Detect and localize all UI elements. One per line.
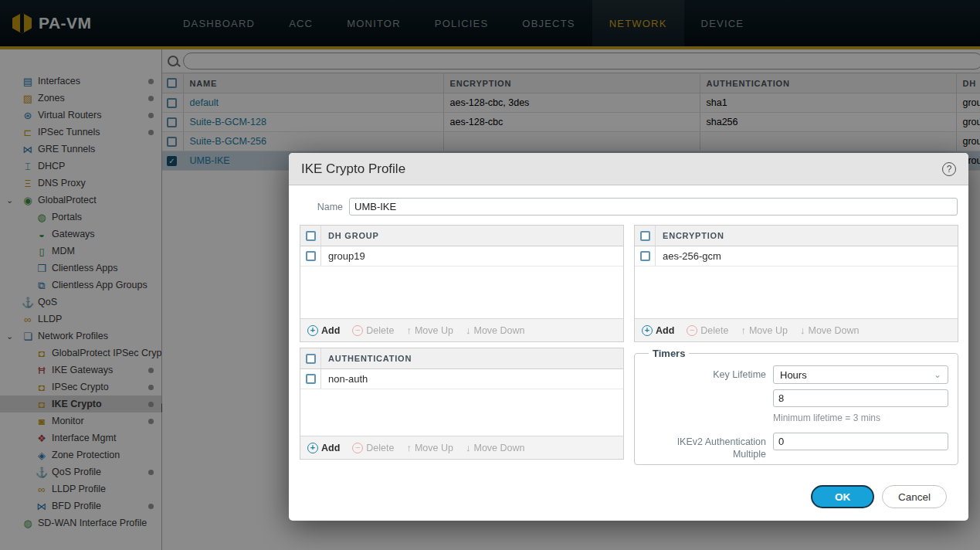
dh-group-delete-button[interactable]: −Delete [352, 325, 394, 336]
encryption-delete-button[interactable]: −Delete [687, 325, 728, 336]
dh-group-row-checkbox[interactable] [306, 251, 316, 261]
encryption-value: aes-256-gcm [656, 250, 721, 262]
move-up-icon: ↑ [741, 324, 746, 336]
authentication-header: AUTHENTICATION [321, 354, 412, 363]
dialog-titlebar: IKE Crypto Profile ? [289, 153, 968, 185]
add-icon: + [307, 443, 318, 453]
encryption-header: ENCRYPTION [656, 231, 724, 240]
authentication-value: non-auth [321, 373, 368, 385]
move-up-icon: ↑ [406, 324, 412, 336]
delete-icon: − [352, 443, 363, 453]
minimum-lifetime-hint: Minimum lifetime = 3 mins [773, 413, 948, 423]
authentication-select-all-checkbox[interactable] [306, 354, 316, 364]
key-lifetime-unit-select[interactable]: Hours ⌄ [773, 365, 948, 384]
dh-group-value: group19 [321, 250, 365, 262]
chevron-down-icon: ⌄ [934, 369, 941, 380]
encryption-select-all-checkbox[interactable] [640, 231, 650, 241]
authentication-delete-button[interactable]: −Delete [352, 443, 394, 453]
delete-icon: − [687, 325, 697, 336]
name-field-row: Name [300, 198, 958, 216]
timers-legend: Timers [649, 348, 689, 359]
dh-group-header: DH GROUP [321, 231, 379, 240]
dh-group-row[interactable]: group19 [300, 246, 623, 267]
authentication-move-up-button[interactable]: ↑Move Up [406, 442, 453, 453]
dh-group-select-all-checkbox[interactable] [306, 231, 316, 241]
add-icon: + [642, 325, 653, 336]
timers-section: Timers Key Lifetime Hours ⌄ Minimum life… [634, 348, 958, 465]
cancel-button[interactable]: Cancel [882, 485, 947, 508]
move-up-icon: ↑ [406, 442, 412, 453]
authentication-table: AUTHENTICATION non-auth +Add −Delete ↑Mo… [300, 348, 624, 460]
dh-group-add-button[interactable]: +Add [307, 325, 340, 336]
dh-group-move-up-button[interactable]: ↑Move Up [406, 324, 453, 336]
encryption-add-button[interactable]: +Add [642, 325, 674, 336]
ike-crypto-profile-dialog: IKE Crypto Profile ? Name DH GROUP group… [289, 153, 968, 521]
encryption-row-checkbox[interactable] [640, 251, 650, 261]
profile-name-input[interactable] [349, 198, 958, 216]
move-down-icon: ↓ [466, 324, 471, 336]
help-icon[interactable]: ? [942, 162, 956, 176]
encryption-move-down-button[interactable]: ↓Move Down [800, 324, 860, 336]
key-lifetime-label: Key Lifetime [644, 365, 766, 384]
key-lifetime-value-input[interactable] [773, 389, 948, 407]
ikev2-authentication-multiple-input[interactable] [773, 433, 948, 450]
add-icon: + [307, 325, 318, 336]
authentication-row[interactable]: non-auth [300, 369, 623, 389]
dh-group-move-down-button[interactable]: ↓Move Down [466, 324, 525, 336]
move-down-icon: ↓ [800, 324, 805, 336]
move-down-icon: ↓ [466, 442, 471, 453]
authentication-move-down-button[interactable]: ↓Move Down [466, 442, 525, 453]
encryption-move-up-button[interactable]: ↑Move Up [741, 324, 788, 336]
name-field-label: Name [300, 202, 343, 212]
ikev2-authentication-multiple-label: IKEv2 Authentication Multiple [644, 433, 766, 460]
encryption-table: ENCRYPTION aes-256-gcm +Add −Delete ↑Mov… [634, 225, 958, 342]
authentication-row-checkbox[interactable] [306, 374, 316, 384]
dh-group-table: DH GROUP group19 +Add −Delete ↑Move Up ↓… [300, 225, 624, 342]
encryption-row[interactable]: aes-256-gcm [635, 246, 958, 267]
ok-button[interactable]: OK [811, 485, 874, 508]
dialog-title: IKE Crypto Profile [301, 161, 405, 177]
authentication-add-button[interactable]: +Add [307, 443, 340, 453]
delete-icon: − [352, 325, 363, 336]
